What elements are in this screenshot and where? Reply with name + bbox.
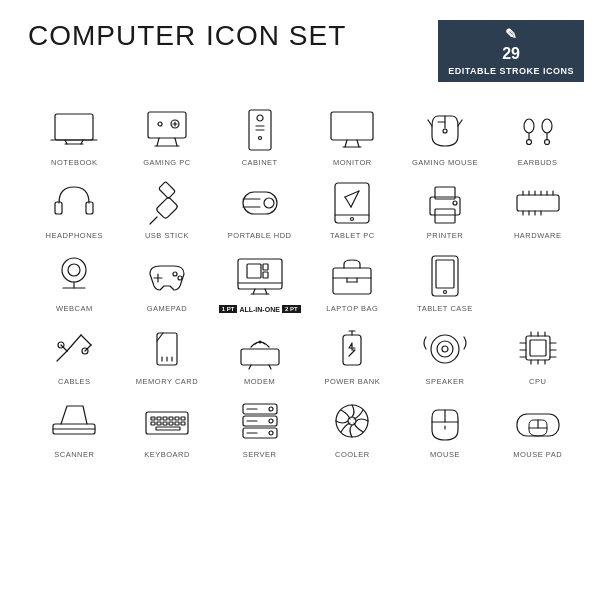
svg-rect-5 [148,112,186,138]
monitor-icon [325,104,379,154]
svg-point-9 [158,122,162,126]
title-bold: COMPUTER [28,20,196,51]
icon-cell-notebook: NOTEBOOK [28,100,121,169]
page: COMPUTER ICON SET ✎ 29 EDITABLE STROKE I… [0,0,612,612]
svg-line-46 [345,197,351,207]
earbuds-label: EARBUDS [518,158,558,167]
icon-cell-printer: PRINTER [399,173,492,242]
hardware-icon [511,177,565,227]
cpu-icon [511,323,565,373]
speaker-icon [418,323,472,373]
svg-point-44 [351,218,354,221]
svg-rect-79 [333,268,371,294]
mouse-pad-label: MOUSE PAD [513,450,562,459]
svg-line-77 [265,289,267,294]
svg-point-105 [437,341,453,357]
modem-label: MODEM [244,377,275,386]
svg-rect-52 [517,195,559,211]
icon-cell-monitor: MONITOR [306,100,399,169]
pt1-badge: 1 PT [219,305,238,313]
icon-cell-mouse: MOUSE [399,392,492,461]
usb-stick-label: USB STICK [145,231,189,240]
svg-point-28 [542,119,552,133]
tablet-pc-icon [325,177,379,227]
svg-point-86 [443,291,446,294]
svg-point-70 [178,276,182,280]
icon-cell-scanner: SCANNER [28,392,121,461]
tablet-case-label: TABLET CASE [417,304,473,313]
gaming-mouse-icon [418,104,472,154]
svg-rect-0 [55,114,93,140]
scanner-label: SCANNER [54,450,94,459]
svg-rect-108 [530,340,546,356]
usb-stick-icon [140,177,194,227]
svg-rect-130 [151,422,155,425]
badge-number: 29 [502,45,520,63]
scanner-icon [47,396,101,446]
svg-line-99 [249,365,251,369]
headphones-label: HEADPHONES [46,231,104,240]
server-label: SERVER [243,450,277,459]
power-bank-label: POWER BANK [324,377,380,386]
icon-cell-modem: MODEM [213,319,306,388]
svg-rect-135 [181,417,185,420]
icon-cell-gaming-mouse: GAMING MOUSE [399,100,492,169]
title-normal: ICON SET [206,20,346,51]
svg-rect-128 [169,417,173,420]
portable-hdd-icon [233,177,287,227]
printer-label: PRINTER [427,231,463,240]
all-in-one-text: ALL-IN-ONE [239,306,279,313]
svg-rect-36 [156,197,179,220]
cables-icon [47,323,101,373]
svg-rect-129 [175,417,179,420]
monitor-label: MONITOR [333,158,372,167]
svg-line-26 [458,120,462,126]
svg-line-19 [345,140,347,147]
icon-cell-webcam: WEBCAM [28,246,121,315]
keyboard-icon [140,396,194,446]
mouse-label: MOUSE [430,450,460,459]
earbuds-icon [511,104,565,154]
server-icon [233,396,287,446]
icon-cell-tablet-case: TABLET CASE [399,246,492,315]
hardware-label: HARDWARE [514,231,561,240]
memory-card-icon [140,323,194,373]
notebook-label: NOTEBOOK [51,158,98,167]
notebook-icon [47,104,101,154]
page-title: COMPUTER ICON SET [28,20,346,52]
svg-point-142 [269,419,273,423]
icon-cell-gamepad: GAMEPAD [121,246,214,315]
icon-cell-tablet-pc: TABLET PC [306,173,399,242]
svg-point-39 [264,198,274,208]
svg-rect-73 [247,264,261,278]
icon-cell-portable-hdd: PORTABLE HDD [213,173,306,242]
cpu-label: CPU [529,377,546,386]
svg-point-63 [62,258,86,282]
svg-line-76 [253,289,255,294]
svg-rect-34 [86,202,93,214]
icon-cell-earbuds: EARBUDS [491,100,584,169]
speaker-label: SPEAKER [426,377,465,386]
svg-line-6 [157,138,159,146]
svg-line-25 [428,120,432,126]
mouse-icon [418,396,472,446]
svg-point-24 [443,129,447,133]
webcam-label: WEBCAM [56,304,93,313]
svg-point-98 [258,341,261,344]
icon-grid: NOTEBOOK GAMING PC [28,100,584,461]
icon-cell-cabinet: CABINET [213,100,306,169]
svg-rect-132 [163,422,167,425]
icon-cell-speaker: SPEAKER [399,319,492,388]
icon-cell-mouse-pad: MOUSE PAD [491,392,584,461]
svg-line-3 [81,140,83,144]
badge: ✎ 29 EDITABLE STROKE ICONS [438,20,584,82]
icon-cell-memory-card: MEMORY CARD [121,319,214,388]
svg-rect-18 [331,112,373,140]
svg-line-90 [81,335,91,345]
header: COMPUTER ICON SET ✎ 29 EDITABLE STROKE I… [28,20,584,82]
icon-cell-empty-r3 [491,246,584,315]
all-in-one-icon [233,251,287,301]
webcam-icon [47,250,101,300]
gaming-mouse-label: GAMING MOUSE [412,158,478,167]
svg-rect-126 [157,417,161,420]
